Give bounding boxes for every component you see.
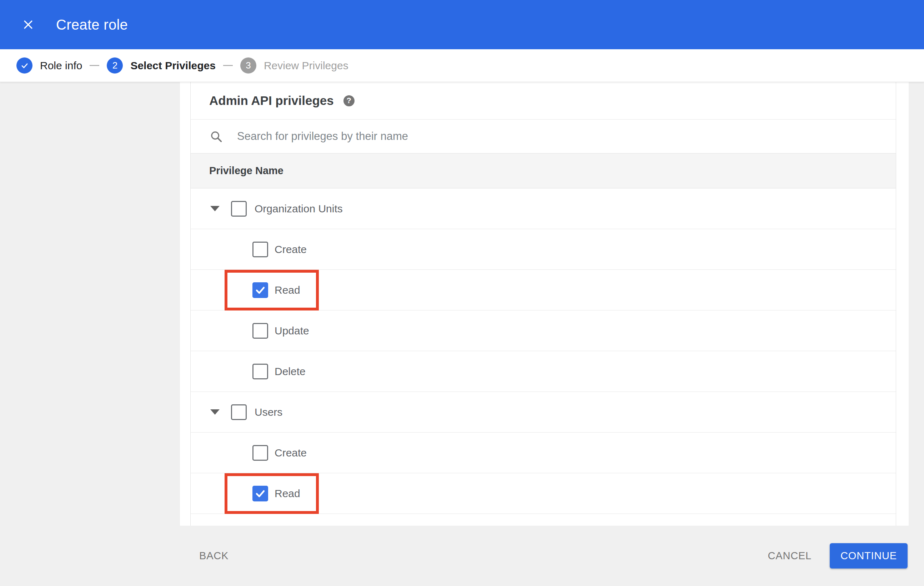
collapse-arrow-icon[interactable] <box>210 409 219 415</box>
privilege-checkbox[interactable] <box>231 404 247 420</box>
privilege-checkbox[interactable] <box>252 445 268 461</box>
privilege-group-row: Organization Units <box>191 188 896 229</box>
step-connector <box>223 65 233 66</box>
privilege-label: Organization Units <box>254 203 343 215</box>
privilege-checkbox[interactable] <box>252 242 268 257</box>
privilege-row: Create <box>191 433 896 473</box>
page-background: Admin API privileges ? Privilege Name Or… <box>0 82 924 526</box>
cancel-button[interactable]: CANCEL <box>768 550 812 562</box>
section-title: Admin API privileges <box>209 94 334 108</box>
highlight-box <box>224 270 319 311</box>
step-connector <box>90 65 99 66</box>
help-icon[interactable]: ? <box>343 95 355 106</box>
highlight-box <box>224 473 319 514</box>
privilege-rows: Organization UnitsCreateReadUpdateDelete… <box>191 188 896 514</box>
step-review-privileges[interactable]: 3 Review Privileges <box>240 58 348 74</box>
step-label: Role info <box>40 59 82 72</box>
privilege-group-row: Users <box>191 392 896 433</box>
section-title-row: Admin API privileges ? <box>191 82 896 120</box>
privilege-checkbox[interactable] <box>252 282 268 298</box>
table-header-label: Privilege Name <box>209 165 284 177</box>
search-input[interactable] <box>236 130 772 143</box>
step-label: Review Privileges <box>264 59 348 72</box>
privilege-label: Delete <box>275 365 305 378</box>
privilege-checkbox[interactable] <box>252 323 268 339</box>
titlebar: Create role <box>0 0 924 49</box>
privilege-row: Delete <box>191 351 896 392</box>
step-role-info[interactable]: Role info <box>16 58 82 74</box>
privilege-row: Create <box>191 229 896 270</box>
close-icon[interactable] <box>20 17 36 33</box>
privilege-label: Create <box>275 244 307 255</box>
privilege-label: Read <box>275 284 300 296</box>
footer-bar: BACK CANCEL CONTINUE <box>0 526 924 586</box>
back-button[interactable]: BACK <box>199 550 228 562</box>
continue-button[interactable]: CONTINUE <box>830 543 908 568</box>
privilege-checkbox[interactable] <box>252 486 268 501</box>
privilege-label: Create <box>275 447 307 459</box>
x-glyph <box>22 18 34 31</box>
stepper: Role info 2 Select Privileges 3 Review P… <box>0 49 924 82</box>
search-icon <box>210 130 223 143</box>
privilege-row: Read <box>191 270 896 311</box>
collapse-arrow-icon[interactable] <box>210 206 219 211</box>
privilege-checkbox[interactable] <box>252 364 268 379</box>
privilege-row: Read <box>191 473 896 514</box>
privilege-label: Read <box>275 487 300 500</box>
privilege-row: Update <box>191 311 896 351</box>
create-role-dialog: Create role Role info 2 Select Privilege… <box>0 0 924 586</box>
privilege-label: Update <box>275 325 309 337</box>
step-number: 3 <box>240 58 256 74</box>
step-select-privileges[interactable]: 2 Select Privileges <box>107 58 215 74</box>
step-number: 2 <box>107 58 123 74</box>
privilege-checkbox[interactable] <box>231 201 247 217</box>
step-label: Select Privileges <box>130 59 215 72</box>
partial-row <box>191 514 896 526</box>
table-header-row: Privilege Name <box>191 153 896 188</box>
privilege-label: Users <box>254 406 282 418</box>
content-panel: Admin API privileges ? Privilege Name Or… <box>180 82 909 526</box>
privileges-card: Admin API privileges ? Privilege Name Or… <box>190 82 896 526</box>
dialog-title: Create role <box>56 17 128 33</box>
step-complete-check-icon <box>16 58 33 74</box>
search-row <box>191 120 896 153</box>
